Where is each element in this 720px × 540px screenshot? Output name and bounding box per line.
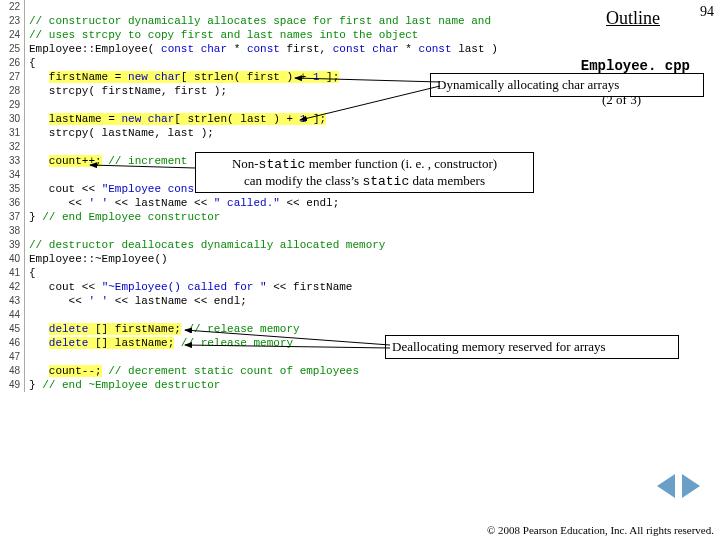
line-number: 38 bbox=[0, 224, 25, 238]
line-number: 25 bbox=[0, 42, 25, 56]
code-content bbox=[25, 168, 29, 182]
line-number: 30 bbox=[0, 112, 25, 126]
code-line: 29 bbox=[0, 98, 590, 112]
code-content bbox=[25, 140, 29, 154]
code-line: 25Employee::Employee( const char * const… bbox=[0, 42, 590, 56]
nav-controls bbox=[657, 474, 700, 500]
code-line: 36 << ' ' << lastName << " called." << e… bbox=[0, 196, 590, 210]
code-line: 26{ bbox=[0, 56, 590, 70]
code-content: delete [] firstName; // release memory bbox=[25, 322, 300, 336]
code-line: 24// uses strcpy to copy first and last … bbox=[0, 28, 590, 42]
code-line: 48 count--; // decrement static count of… bbox=[0, 364, 590, 378]
code-content bbox=[25, 224, 29, 238]
code-content: // uses strcpy to copy first and last na… bbox=[25, 28, 418, 42]
code-listing: 2223// constructor dynamically allocates… bbox=[0, 0, 590, 392]
next-slide-button[interactable] bbox=[682, 474, 700, 498]
code-content: << ' ' << lastName << " called." << endl… bbox=[25, 196, 339, 210]
code-line: 45 delete [] firstName; // release memor… bbox=[0, 322, 590, 336]
code-content: } // end Employee constructor bbox=[25, 210, 220, 224]
code-line: 30 lastName = new char[ strlen( last ) +… bbox=[0, 112, 590, 126]
code-line: 49} // end ~Employee destructor bbox=[0, 378, 590, 392]
line-number: 41 bbox=[0, 266, 25, 280]
code-content: cout << "~Employee() called for " << fir… bbox=[25, 280, 352, 294]
code-line: 23// constructor dynamically allocates s… bbox=[0, 14, 590, 28]
line-number: 36 bbox=[0, 196, 25, 210]
line-number: 45 bbox=[0, 322, 25, 336]
code-line: 22 bbox=[0, 0, 590, 14]
code-content: delete [] lastName; // release memory bbox=[25, 336, 293, 350]
code-line: 43 << ' ' << lastName << endl; bbox=[0, 294, 590, 308]
line-number: 26 bbox=[0, 56, 25, 70]
code-content: strcpy( firstName, first ); bbox=[25, 84, 227, 98]
code-content bbox=[25, 0, 29, 14]
line-number: 35 bbox=[0, 182, 25, 196]
copyright-notice: © 2008 Pearson Education, Inc. All right… bbox=[487, 524, 714, 536]
code-content: { bbox=[25, 56, 36, 70]
page-number: 94 bbox=[700, 4, 714, 20]
line-number: 44 bbox=[0, 308, 25, 322]
callout-nonstatic: Non-static member function (i. e. , cons… bbox=[195, 152, 534, 193]
code-line: 42 cout << "~Employee() called for " << … bbox=[0, 280, 590, 294]
line-number: 40 bbox=[0, 252, 25, 266]
code-line: 40Employee::~Employee() bbox=[0, 252, 590, 266]
code-content: count--; // decrement static count of em… bbox=[25, 364, 359, 378]
source-file-label: Employee. cpp bbox=[581, 58, 690, 74]
code-line: 37} // end Employee constructor bbox=[0, 210, 590, 224]
line-number: 33 bbox=[0, 154, 25, 168]
code-line: 31 strcpy( lastName, last ); bbox=[0, 126, 590, 140]
outline-heading: Outline bbox=[606, 8, 660, 29]
line-number: 37 bbox=[0, 210, 25, 224]
callout-dynamic-alloc: Dynamically allocating char arrays bbox=[430, 73, 704, 97]
code-content: lastName = new char[ strlen( last ) + 1 … bbox=[25, 112, 326, 126]
callout-dealloc: Deallocating memory reserved for arrays bbox=[385, 335, 679, 359]
code-content: strcpy( lastName, last ); bbox=[25, 126, 214, 140]
code-content bbox=[25, 350, 29, 364]
code-content: } // end ~Employee destructor bbox=[25, 378, 220, 392]
line-number: 43 bbox=[0, 294, 25, 308]
code-content: firstName = new char[ strlen( first ) + … bbox=[25, 70, 339, 84]
source-file-name: Employee. cpp bbox=[581, 58, 690, 74]
line-number: 22 bbox=[0, 0, 25, 14]
line-number: 24 bbox=[0, 28, 25, 42]
code-content: Employee::~Employee() bbox=[25, 252, 168, 266]
code-content bbox=[25, 308, 29, 322]
line-number: 32 bbox=[0, 140, 25, 154]
line-number: 28 bbox=[0, 84, 25, 98]
code-content: << ' ' << lastName << endl; bbox=[25, 294, 247, 308]
code-content: // destructor deallocates dynamically al… bbox=[25, 238, 385, 252]
line-number: 31 bbox=[0, 126, 25, 140]
line-number: 39 bbox=[0, 238, 25, 252]
line-number: 42 bbox=[0, 280, 25, 294]
code-line: 38 bbox=[0, 224, 590, 238]
line-number: 34 bbox=[0, 168, 25, 182]
code-content: { bbox=[25, 266, 36, 280]
code-line: 39// destructor deallocates dynamically … bbox=[0, 238, 590, 252]
code-content: // constructor dynamically allocates spa… bbox=[25, 14, 491, 28]
line-number: 27 bbox=[0, 70, 25, 84]
line-number: 46 bbox=[0, 336, 25, 350]
code-line: 44 bbox=[0, 308, 590, 322]
code-content bbox=[25, 98, 29, 112]
prev-slide-button[interactable] bbox=[657, 474, 675, 498]
line-number: 49 bbox=[0, 378, 25, 392]
line-number: 23 bbox=[0, 14, 25, 28]
code-line: 41{ bbox=[0, 266, 590, 280]
code-content: Employee::Employee( const char * const f… bbox=[25, 42, 498, 56]
line-number: 47 bbox=[0, 350, 25, 364]
line-number: 29 bbox=[0, 98, 25, 112]
line-number: 48 bbox=[0, 364, 25, 378]
